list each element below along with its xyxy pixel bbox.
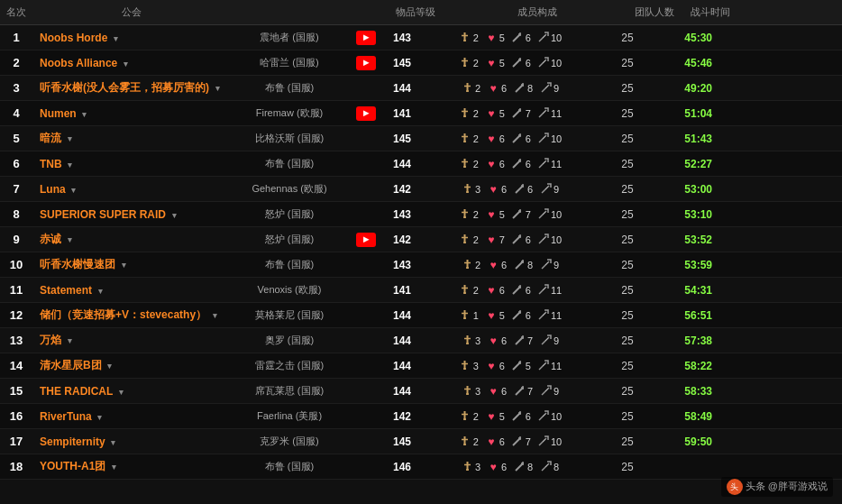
guild-name[interactable]: 赤诚 ▾ bbox=[32, 233, 72, 245]
server-cell: 莫格莱尼 (国服) bbox=[231, 308, 348, 322]
dropdown-arrow-icon[interactable]: ▾ bbox=[109, 438, 116, 447]
table-row[interactable]: 7Luna ▾Gehennas (欧服)1423♥6692553:00 bbox=[0, 177, 842, 202]
dropdown-arrow-icon[interactable]: ▾ bbox=[80, 110, 87, 119]
guild-cell[interactable]: 听香水榭慢速团 ▾ bbox=[32, 257, 231, 272]
table-row[interactable]: 6TNB ▾布鲁 (国服)1442♥66112552:27 bbox=[0, 151, 842, 177]
ilvl-cell: 144 bbox=[384, 158, 420, 170]
dropdown-arrow-icon[interactable]: ▾ bbox=[66, 160, 73, 170]
guild-name[interactable]: Noobs Alliance ▾ bbox=[32, 57, 128, 69]
guild-name[interactable]: 储们（竞速招募+V：stevecathy） ▾ bbox=[32, 308, 217, 321]
svg-line-11 bbox=[513, 60, 520, 67]
guild-name[interactable]: Luna ▾ bbox=[32, 183, 76, 196]
dropdown-arrow-icon[interactable]: ▾ bbox=[116, 388, 124, 397]
guild-cell[interactable]: THE RADICAL ▾ bbox=[32, 385, 231, 398]
guild-cell[interactable]: Numen ▾ bbox=[32, 107, 231, 120]
rank-number: 18 bbox=[10, 460, 23, 473]
dropdown-arrow-icon[interactable]: ▾ bbox=[69, 186, 77, 195]
table-row[interactable]: 10听香水榭慢速团 ▾布鲁 (国服)1432♥6892553:59 bbox=[0, 252, 842, 278]
guild-cell[interactable]: Noobs Alliance ▾ bbox=[32, 57, 231, 69]
size-cell: 25 bbox=[600, 82, 654, 95]
tank-icon bbox=[461, 385, 473, 398]
table-row[interactable]: 12储们（竞速招募+V：stevecathy） ▾莫格莱尼 (国服)1441♥5… bbox=[0, 303, 842, 328]
guild-name[interactable]: 万焰 ▾ bbox=[32, 334, 72, 346]
guild-name[interactable]: 清水星辰B团 ▾ bbox=[32, 359, 112, 371]
guild-cell[interactable]: SUPERIOR SUPER RAID ▾ bbox=[32, 208, 231, 221]
healer-icon: ♥ bbox=[485, 57, 498, 69]
guild-cell[interactable]: 清水星辰B团 ▾ bbox=[32, 358, 231, 373]
table-row[interactable]: 11Statement ▾Venoxis (欧服)1412♥66112554:3… bbox=[0, 278, 842, 303]
size-value: 25 bbox=[621, 360, 633, 372]
guild-cell[interactable]: 暗流 ▾ bbox=[32, 131, 231, 146]
youtube-icon[interactable]: ▶ bbox=[356, 31, 376, 45]
dropdown-arrow-icon[interactable]: ▾ bbox=[109, 463, 116, 472]
composition-icons: 2♥6611 bbox=[457, 284, 563, 297]
ranged-count: 11 bbox=[551, 108, 562, 119]
dropdown-arrow-icon[interactable]: ▾ bbox=[213, 84, 220, 93]
guild-name[interactable]: 听香水榭慢速团 ▾ bbox=[32, 258, 126, 270]
rank-cell: 4 bbox=[0, 106, 32, 120]
table-row[interactable]: 15THE RADICAL ▾席瓦莱思 (国服)1443♥6792558:33 bbox=[0, 379, 842, 404]
ranged-count: 9 bbox=[553, 335, 560, 346]
guild-name[interactable]: Numen ▾ bbox=[32, 107, 87, 120]
dropdown-arrow-icon[interactable]: ▾ bbox=[169, 211, 177, 220]
youtube-icon[interactable]: ▶ bbox=[356, 56, 376, 70]
table-row[interactable]: 5暗流 ▾比格沃斯 (国服)1452♥66102551:43 bbox=[0, 126, 842, 151]
ranged-icon bbox=[537, 208, 550, 221]
table-row[interactable]: 13万焰 ▾奥罗 (国服)1443♥6792557:38 bbox=[0, 328, 842, 353]
guild-name[interactable]: THE RADICAL ▾ bbox=[32, 385, 124, 398]
ilvl-cell: 144 bbox=[384, 385, 420, 398]
tank-icon bbox=[459, 234, 471, 246]
guild-cell[interactable]: Statement ▾ bbox=[32, 284, 231, 297]
ranged-count: 10 bbox=[551, 436, 562, 447]
guild-name[interactable]: SUPERIOR SUPER RAID ▾ bbox=[32, 208, 177, 221]
table-row[interactable]: 2Noobs Alliance ▾哈雷兰 (国服)▶1452♥56102545:… bbox=[0, 50, 842, 76]
youtube-cell: ▶ bbox=[348, 55, 384, 70]
dropdown-arrow-icon[interactable]: ▾ bbox=[65, 336, 72, 345]
table-row[interactable]: 14清水星辰B团 ▾雷霆之击 (国服)1443♥65112558:22 bbox=[0, 353, 842, 379]
youtube-icon[interactable]: ▶ bbox=[356, 233, 376, 247]
table-row[interactable]: 1Noobs Horde ▾震地者 (国服)▶1432♥56102545:30 bbox=[0, 25, 842, 50]
dropdown-arrow-icon[interactable]: ▾ bbox=[96, 287, 103, 296]
guild-name[interactable]: Statement ▾ bbox=[32, 284, 103, 297]
guild-cell[interactable]: Sempiternity ▾ bbox=[32, 435, 231, 448]
guild-cell[interactable]: RiverTuna ▾ bbox=[32, 410, 231, 423]
guild-cell[interactable]: Noobs Horde ▾ bbox=[32, 32, 231, 44]
guild-cell[interactable]: TNB ▾ bbox=[32, 158, 231, 170]
guild-name[interactable]: 暗流 ▾ bbox=[32, 132, 72, 144]
table-row[interactable]: 18YOUTH-A1团 ▾布鲁 (国服)1463♥68825 bbox=[0, 454, 842, 480]
guild-name[interactable]: TNB ▾ bbox=[32, 158, 72, 170]
dropdown-arrow-icon[interactable]: ▾ bbox=[105, 362, 113, 371]
dropdown-arrow-icon[interactable]: ▾ bbox=[210, 311, 217, 320]
guild-cell[interactable]: 万焰 ▾ bbox=[32, 333, 231, 348]
guild-cell[interactable]: 听香水榭(没人会雾王，招募厉害的) ▾ bbox=[32, 80, 231, 96]
guild-cell[interactable]: 储们（竞速招募+V：stevecathy） ▾ bbox=[32, 307, 231, 323]
table-row[interactable]: 16RiverTuna ▾Faerlina (美服)1422♥56102558:… bbox=[0, 404, 842, 429]
comp-cell: 1♥5611 bbox=[420, 309, 600, 322]
dropdown-arrow-icon[interactable]: ▾ bbox=[65, 134, 72, 143]
guild-cell[interactable]: Luna ▾ bbox=[32, 183, 231, 196]
guild-name[interactable]: RiverTuna ▾ bbox=[32, 410, 102, 423]
ilvl-value: 143 bbox=[393, 208, 411, 221]
guild-cell[interactable]: 赤诚 ▾ bbox=[32, 232, 231, 247]
guild-name[interactable]: Noobs Horde ▾ bbox=[32, 32, 118, 44]
table-row[interactable]: 9赤诚 ▾怒炉 (国服)▶1422♥76102553:52 bbox=[0, 227, 842, 252]
table-row[interactable]: 3听香水榭(没人会雾王，招募厉害的) ▾布鲁 (国服)1442♥6892549:… bbox=[0, 76, 842, 101]
tank-icon bbox=[461, 461, 473, 473]
table-row[interactable]: 17Sempiternity ▾克罗米 (国服)1452♥67102559:50 bbox=[0, 429, 842, 454]
guild-cell[interactable]: YOUTH-A1团 ▾ bbox=[32, 459, 231, 474]
dropdown-arrow-icon[interactable]: ▾ bbox=[119, 261, 126, 270]
ranged-count: 10 bbox=[551, 32, 562, 43]
guild-name[interactable]: Sempiternity ▾ bbox=[32, 435, 115, 448]
guild-name[interactable]: 听香水榭(没人会雾王，招募厉害的) ▾ bbox=[32, 81, 220, 94]
healer-icon: ♥ bbox=[485, 234, 498, 246]
table-row[interactable]: 8SUPERIOR SUPER RAID ▾怒炉 (国服)1432♥571025… bbox=[0, 202, 842, 227]
guild-name[interactable]: YOUTH-A1团 ▾ bbox=[32, 460, 116, 472]
dropdown-arrow-icon[interactable]: ▾ bbox=[121, 60, 128, 69]
melee-icon bbox=[511, 208, 524, 221]
dropdown-arrow-icon[interactable]: ▾ bbox=[111, 34, 118, 43]
youtube-icon[interactable]: ▶ bbox=[356, 106, 376, 121]
table-row[interactable]: 4Numen ▾Firemaw (欧服)▶1412♥57112551:04 bbox=[0, 101, 842, 126]
dropdown-arrow-icon[interactable]: ▾ bbox=[96, 413, 103, 422]
ilvl-cell: 145 bbox=[384, 435, 420, 448]
dropdown-arrow-icon[interactable]: ▾ bbox=[65, 235, 72, 244]
